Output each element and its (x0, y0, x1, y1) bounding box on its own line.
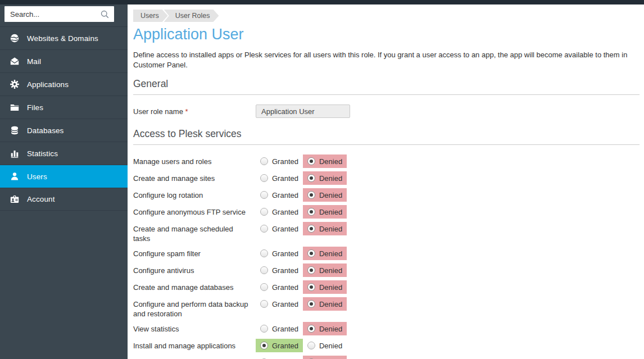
denied-option[interactable]: Denied (303, 322, 347, 335)
granted-option[interactable]: Granted (256, 297, 303, 311)
required-asterisk: * (185, 107, 188, 116)
permission-options: GrantedDenied (256, 280, 347, 294)
denied-option[interactable]: Denied (303, 222, 347, 235)
granted-option[interactable]: Granted (256, 356, 303, 359)
granted-option-label: Granted (272, 300, 298, 308)
permission-label: Configure log rotation (133, 188, 251, 200)
denied-option-label: Denied (319, 225, 342, 233)
mail-icon (10, 56, 20, 66)
radio-button-icon[interactable] (307, 191, 315, 199)
search-box (0, 4, 128, 26)
permission-label: Design sites in Presence Builder (133, 356, 251, 359)
denied-option-label: Denied (319, 208, 342, 216)
breadcrumb-item-users[interactable]: Users (133, 10, 168, 22)
denied-option[interactable]: Denied (303, 339, 347, 352)
radio-button-icon[interactable] (260, 208, 268, 216)
radio-button-icon[interactable] (307, 283, 315, 291)
permission-label: Create and manage databases (133, 280, 251, 292)
denied-option-label: Denied (319, 266, 342, 275)
permission-row: View statisticsGrantedDenied (133, 322, 640, 335)
granted-option-label: Granted (272, 283, 298, 292)
breadcrumb-item-user-roles[interactable]: User Roles (164, 10, 219, 22)
sidebar-item-databases[interactable]: Databases (0, 119, 128, 142)
sidebar-item-applications[interactable]: Applications (0, 72, 128, 96)
granted-option[interactable]: Granted (256, 339, 303, 352)
sidebar-item-statistics[interactable]: Statistics (0, 142, 128, 165)
radio-button-icon[interactable] (307, 157, 315, 165)
permission-label: Install and manage applications (133, 339, 251, 351)
radio-button-icon[interactable] (307, 266, 315, 274)
permission-label: Create and manage sites (133, 171, 251, 183)
denied-option[interactable]: Denied (303, 280, 347, 294)
sidebar-item-users[interactable]: Users (0, 165, 128, 188)
radio-button-icon[interactable] (260, 300, 268, 308)
permission-row: Configure anonymous FTP serviceGrantedDe… (133, 205, 640, 219)
granted-option[interactable]: Granted (256, 154, 303, 168)
granted-option-label: Granted (272, 157, 298, 166)
database-icon (10, 125, 20, 135)
search-input[interactable] (4, 6, 114, 22)
sidebar-item-label: Mail (27, 57, 41, 66)
denied-option[interactable]: Denied (303, 263, 347, 277)
permission-row: Configure spam filterGrantedDenied (133, 247, 640, 260)
permission-options: GrantedDenied (256, 339, 347, 352)
sidebar-item-files[interactable]: Files (0, 96, 128, 119)
denied-option[interactable]: Denied (303, 154, 347, 168)
sidebar-item-label: Users (27, 172, 47, 181)
granted-option[interactable]: Granted (256, 222, 303, 235)
radio-button-icon[interactable] (260, 174, 268, 182)
denied-option[interactable]: Denied (303, 247, 347, 260)
radio-button-icon[interactable] (260, 283, 268, 291)
granted-option[interactable]: Granted (256, 263, 303, 277)
permission-options: GrantedDenied (256, 222, 347, 235)
denied-option[interactable]: Denied (303, 171, 347, 185)
radio-button-icon[interactable] (307, 342, 315, 349)
granted-option[interactable]: Granted (256, 188, 303, 202)
sidebar-item-mail[interactable]: Mail (0, 49, 128, 72)
granted-option[interactable]: Granted (256, 205, 303, 219)
granted-option[interactable]: Granted (256, 280, 303, 294)
radio-button-icon[interactable] (260, 249, 268, 257)
granted-option-label: Granted (272, 325, 298, 333)
denied-option-label: Denied (319, 191, 342, 199)
sidebar-item-label: Databases (27, 126, 64, 135)
granted-option[interactable]: Granted (256, 171, 303, 185)
radio-button-icon[interactable] (307, 225, 315, 233)
user-role-name-input[interactable] (256, 104, 350, 118)
granted-option-label: Granted (272, 191, 298, 199)
permission-options: GrantedDenied (256, 247, 347, 260)
denied-option-label: Denied (319, 157, 342, 166)
radio-button-icon[interactable] (260, 342, 268, 349)
sidebar: Websites & DomainsMailApplicationsFilesD… (0, 4, 128, 359)
radio-button-icon[interactable] (260, 157, 268, 165)
sidebar-item-websites-domains[interactable]: Websites & Domains (0, 26, 128, 49)
radio-button-icon[interactable] (260, 191, 268, 199)
granted-option[interactable]: Granted (256, 247, 303, 260)
granted-option-label: Granted (272, 342, 298, 350)
radio-button-icon[interactable] (260, 266, 268, 274)
permission-label: View statistics (133, 322, 251, 334)
permissions-list: Manage users and rolesGrantedDeniedCreat… (133, 154, 640, 359)
sidebar-item-account[interactable]: Account (0, 188, 128, 211)
permission-options: GrantedDenied (256, 205, 347, 219)
denied-option[interactable]: Denied (303, 205, 347, 219)
permission-row: Manage users and rolesGrantedDenied (133, 154, 640, 168)
denied-option-label: Denied (319, 249, 342, 258)
permission-label: Configure anonymous FTP service (133, 205, 251, 217)
denied-option[interactable]: Denied (303, 188, 347, 202)
permission-row: Create and manage sitesGrantedDenied (133, 171, 640, 185)
radio-button-icon[interactable] (307, 174, 315, 182)
permission-label: Configure spam filter (133, 247, 251, 258)
radio-button-icon[interactable] (260, 225, 268, 233)
radio-button-icon[interactable] (307, 208, 315, 216)
denied-option[interactable]: Denied (303, 356, 347, 359)
permission-label: Configure and perform data backup and re… (133, 297, 251, 319)
denied-option[interactable]: Denied (303, 297, 347, 311)
id-card-icon (10, 194, 20, 205)
radio-button-icon[interactable] (307, 325, 315, 333)
granted-option[interactable]: Granted (256, 322, 303, 335)
general-section-heading: General (133, 78, 640, 95)
radio-button-icon[interactable] (260, 325, 268, 333)
radio-button-icon[interactable] (307, 300, 315, 308)
radio-button-icon[interactable] (307, 249, 315, 257)
